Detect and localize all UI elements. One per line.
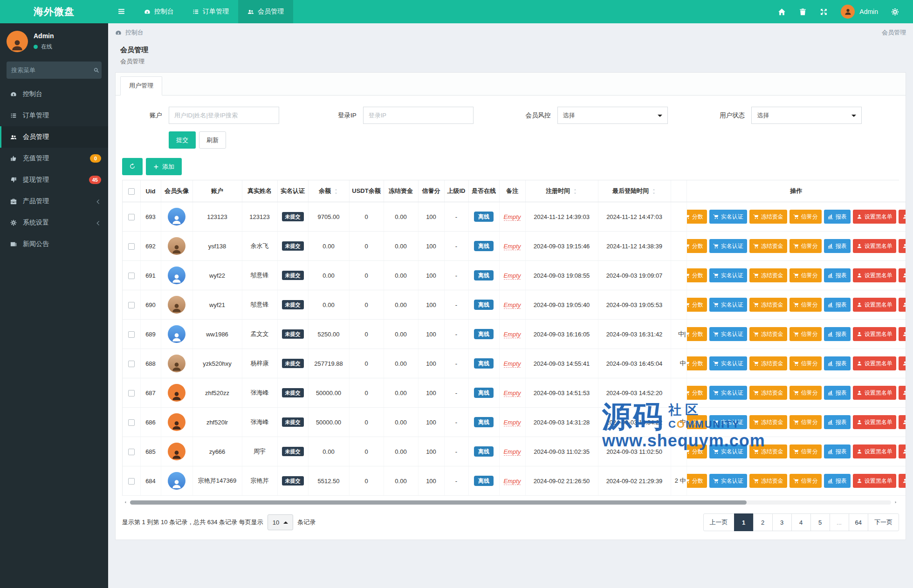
- action-freeze-button[interactable]: 冻结: [899, 239, 906, 253]
- fullscreen-icon[interactable]: [820, 8, 828, 16]
- login-ip-input[interactable]: [363, 107, 474, 124]
- nav-item-members[interactable]: 会员管理: [238, 0, 293, 23]
- nav-item-dashboard[interactable]: 控制台: [135, 0, 183, 23]
- page-button-64[interactable]: 64: [849, 513, 868, 531]
- row-checkbox[interactable]: [128, 419, 135, 426]
- note-editable-link[interactable]: Empty: [504, 301, 521, 309]
- column-header-reg_time[interactable]: 注册时间: [525, 180, 598, 202]
- action-report-button[interactable]: 报表: [824, 415, 851, 429]
- nav-item-orders[interactable]: 订单管理: [183, 0, 238, 23]
- action-freeze-button[interactable]: 冻结: [899, 210, 906, 224]
- action-set-blacklist-button[interactable]: 设置黑名单: [853, 239, 896, 253]
- action-real-name-auth-button[interactable]: 实名认证: [709, 239, 747, 253]
- action-report-button[interactable]: 报表: [824, 210, 851, 224]
- row-checkbox[interactable]: [128, 273, 135, 279]
- action-real-name-auth-button[interactable]: 实名认证: [709, 327, 747, 341]
- action-credit-score-button[interactable]: 信誉分: [789, 474, 822, 488]
- action-score-button[interactable]: 分数: [686, 210, 707, 224]
- row-checkbox[interactable]: [128, 302, 135, 308]
- online-status-badge[interactable]: 离线: [474, 358, 494, 369]
- column-header-last_time[interactable]: 最后登陆时间: [598, 180, 671, 202]
- action-freeze-funds-button[interactable]: 冻结资金: [749, 210, 787, 224]
- action-freeze-funds-button[interactable]: 冻结资金: [749, 386, 787, 400]
- note-editable-link[interactable]: Empty: [504, 331, 521, 338]
- page-button-5[interactable]: 5: [810, 513, 830, 531]
- scrollbar-track[interactable]: [130, 500, 891, 505]
- tab-user-management[interactable]: 用户管理: [120, 76, 162, 96]
- submit-button[interactable]: 提交: [169, 131, 196, 149]
- scrollbar-thumb[interactable]: [130, 500, 747, 505]
- action-real-name-auth-button[interactable]: 实名认证: [709, 474, 747, 488]
- action-freeze-button[interactable]: 冻结: [899, 415, 906, 429]
- row-checkbox[interactable]: [128, 214, 135, 220]
- action-set-blacklist-button[interactable]: 设置黑名单: [853, 415, 896, 429]
- page-button-2[interactable]: 2: [753, 513, 773, 531]
- action-set-blacklist-button[interactable]: 设置黑名单: [853, 474, 896, 488]
- action-set-blacklist-button[interactable]: 设置黑名单: [853, 210, 896, 224]
- note-editable-link[interactable]: Empty: [504, 243, 521, 250]
- action-freeze-funds-button[interactable]: 冻结资金: [749, 239, 787, 253]
- action-score-button[interactable]: 分数: [686, 415, 707, 429]
- add-member-button[interactable]: 添加: [146, 158, 182, 175]
- action-score-button[interactable]: 分数: [686, 239, 707, 253]
- action-credit-score-button[interactable]: 信誉分: [789, 415, 822, 429]
- sidebar-item-recharge[interactable]: 充值管理0: [0, 148, 108, 169]
- scroll-right-arrow[interactable]: [893, 500, 898, 504]
- action-freeze-button[interactable]: 冻结: [899, 268, 906, 282]
- action-freeze-funds-button[interactable]: 冻结资金: [749, 356, 787, 370]
- sidebar-item-news[interactable]: 新闻公告: [0, 233, 108, 255]
- breadcrumb-left[interactable]: 控制台: [125, 28, 144, 37]
- action-credit-score-button[interactable]: 信誉分: [789, 386, 822, 400]
- action-credit-score-button[interactable]: 信誉分: [789, 327, 822, 341]
- note-editable-link[interactable]: Empty: [504, 448, 521, 456]
- action-real-name-auth-button[interactable]: 实名认证: [709, 444, 747, 458]
- sidebar-item-withdraw[interactable]: 提现管理45: [0, 169, 108, 191]
- action-freeze-button[interactable]: 冻结: [899, 386, 906, 400]
- row-checkbox[interactable]: [128, 361, 135, 367]
- select-all-checkbox[interactable]: [128, 188, 135, 195]
- action-real-name-auth-button[interactable]: 实名认证: [709, 210, 747, 224]
- online-status-badge[interactable]: 离线: [474, 329, 494, 339]
- action-real-name-auth-button[interactable]: 实名认证: [709, 386, 747, 400]
- action-score-button[interactable]: 分数: [686, 298, 707, 312]
- sidebar-item-orders[interactable]: 订单管理: [0, 105, 108, 126]
- sidebar-item-members[interactable]: 会员管理: [0, 126, 108, 148]
- row-checkbox[interactable]: [128, 478, 135, 485]
- action-score-button[interactable]: 分数: [686, 268, 707, 282]
- action-report-button[interactable]: 报表: [824, 386, 851, 400]
- action-score-button[interactable]: 分数: [686, 474, 707, 488]
- brand-logo[interactable]: 海外微盘: [0, 0, 108, 23]
- online-status-badge[interactable]: 离线: [474, 300, 494, 310]
- action-score-button[interactable]: 分数: [686, 386, 707, 400]
- action-freeze-funds-button[interactable]: 冻结资金: [749, 474, 787, 488]
- action-credit-score-button[interactable]: 信誉分: [789, 444, 822, 458]
- online-status-badge[interactable]: 离线: [474, 446, 494, 457]
- search-icon[interactable]: [93, 66, 100, 75]
- action-credit-score-button[interactable]: 信誉分: [789, 268, 822, 282]
- action-freeze-button[interactable]: 冻结: [899, 298, 906, 312]
- risk-select[interactable]: 选择: [557, 107, 668, 124]
- action-real-name-auth-button[interactable]: 实名认证: [709, 356, 747, 370]
- action-report-button[interactable]: 报表: [824, 444, 851, 458]
- home-icon[interactable]: [778, 8, 786, 16]
- action-real-name-auth-button[interactable]: 实名认证: [709, 298, 747, 312]
- online-status-badge[interactable]: 离线: [474, 476, 494, 486]
- trash-icon[interactable]: [799, 8, 807, 16]
- table-refresh-button[interactable]: [122, 158, 143, 175]
- refresh-button[interactable]: 刷新: [199, 131, 226, 149]
- navbar-user-menu[interactable]: Admin: [841, 5, 878, 19]
- settings-gears-icon[interactable]: [891, 8, 899, 16]
- action-set-blacklist-button[interactable]: 设置黑名单: [853, 327, 896, 341]
- action-real-name-auth-button[interactable]: 实名认证: [709, 268, 747, 282]
- user-status-select[interactable]: 选择: [751, 107, 862, 124]
- sort-control[interactable]: [573, 188, 577, 195]
- row-checkbox[interactable]: [128, 449, 135, 455]
- action-freeze-button[interactable]: 冻结: [899, 474, 906, 488]
- page-button-上一页[interactable]: 上一页: [703, 513, 735, 531]
- action-report-button[interactable]: 报表: [824, 268, 851, 282]
- page-button-下一页[interactable]: 下一页: [868, 513, 899, 531]
- note-editable-link[interactable]: Empty: [504, 360, 521, 368]
- action-freeze-funds-button[interactable]: 冻结资金: [749, 415, 787, 429]
- column-header-balance[interactable]: 余额: [308, 180, 349, 202]
- per-page-select[interactable]: 10: [268, 514, 293, 530]
